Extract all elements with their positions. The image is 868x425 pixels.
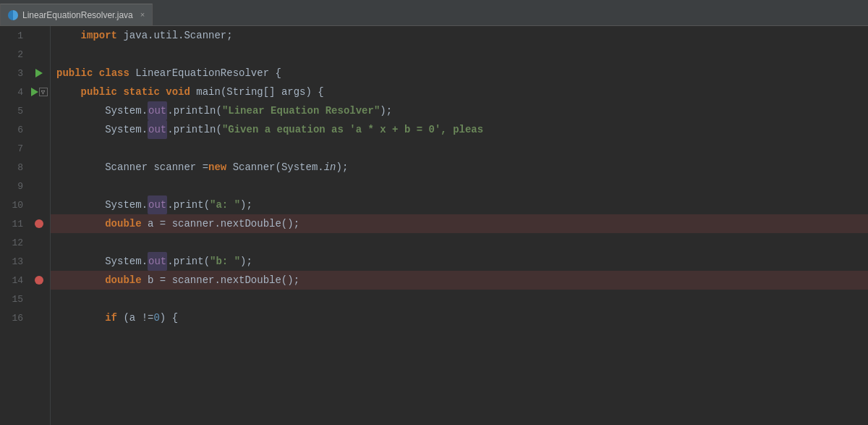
run-arrow-4[interactable] bbox=[31, 88, 38, 96]
string-a: "a: " bbox=[210, 195, 240, 214]
code-line-2 bbox=[51, 45, 868, 64]
keyword-new: new bbox=[208, 158, 226, 177]
breakpoint-14[interactable] bbox=[35, 276, 43, 285]
code-line-15 bbox=[51, 290, 868, 308]
keyword-import: import bbox=[81, 26, 117, 45]
line-number-11: 11 bbox=[0, 219, 29, 230]
keyword-double-14: double bbox=[105, 271, 141, 290]
code-line-14: double b = scanner.nextDouble(); bbox=[51, 271, 868, 290]
gutter-row-16: 16 bbox=[0, 308, 50, 327]
keyword-static: static bbox=[123, 83, 159, 101]
string-b: "b: " bbox=[210, 252, 240, 271]
gutter-row-3: 3 bbox=[0, 64, 50, 83]
gutter-row-5: 5 bbox=[0, 101, 50, 120]
line-number-5: 5 bbox=[0, 106, 29, 117]
gutter-row-11: 11 bbox=[0, 214, 50, 233]
indent-1 bbox=[56, 26, 81, 45]
keyword-class: class bbox=[99, 64, 129, 83]
line-number-15: 15 bbox=[0, 294, 29, 305]
gutter-row-13: 13 bbox=[0, 252, 50, 271]
code-line-13: System. out .print( "b: " ); bbox=[51, 252, 868, 271]
code-line-6: System. out .println( "Given a equation … bbox=[51, 120, 868, 139]
breakpoint-11[interactable] bbox=[35, 219, 43, 228]
gutter-row-4: 4 ▽ bbox=[0, 83, 50, 101]
line-number-10: 10 bbox=[0, 200, 29, 211]
gutter-row-2: 2 bbox=[0, 45, 50, 64]
line-number-9: 9 bbox=[0, 181, 29, 192]
line-controls-3 bbox=[29, 69, 49, 77]
editor-tab[interactable]: LinearEquationResolver.java × bbox=[0, 4, 153, 25]
code-line-9 bbox=[51, 177, 868, 195]
tab-close-button[interactable]: × bbox=[140, 11, 145, 20]
code-area: 1 2 3 4 ▽ bbox=[0, 26, 868, 425]
num-0: 0 bbox=[153, 308, 159, 327]
line-number-4: 4 bbox=[0, 87, 29, 98]
line-number-14: 14 bbox=[0, 275, 29, 286]
code-line-1: import java.util.Scanner; bbox=[51, 26, 868, 45]
string-linear: "Linear Equation Resolver" bbox=[222, 101, 380, 120]
out-highlight-6: out bbox=[148, 120, 167, 139]
out-highlight-5: out bbox=[148, 101, 167, 120]
code-line-16: if (a != 0 ) { bbox=[51, 308, 868, 327]
system-in: in bbox=[324, 158, 336, 177]
gutter-row-1: 1 bbox=[0, 26, 50, 45]
code-line-11: double a = scanner.nextDouble(); bbox=[51, 214, 868, 233]
run-arrow-3[interactable] bbox=[35, 69, 43, 77]
code-line-3: public class LinearEquationResolver { bbox=[51, 64, 868, 83]
keyword-void: void bbox=[166, 83, 190, 101]
line-number-12: 12 bbox=[0, 237, 29, 248]
string-given: "Given a equation as 'a * x + b = 0', pl… bbox=[222, 120, 483, 139]
tab-filename: LinearEquationResolver.java bbox=[22, 10, 133, 20]
gutter-row-12: 12 bbox=[0, 233, 50, 252]
line-number-6: 6 bbox=[0, 125, 29, 135]
line-controls-11 bbox=[29, 219, 49, 228]
gutter-row-8: 8 bbox=[0, 158, 50, 177]
gutter-row-9: 9 bbox=[0, 177, 50, 195]
gutter-row-10: 10 bbox=[0, 195, 50, 214]
gutter-row-7: 7 bbox=[0, 139, 50, 158]
code-line-8: Scanner scanner = new Scanner(System. in… bbox=[51, 158, 868, 177]
code-line-5: System. out .println( "Linear Equation R… bbox=[51, 101, 868, 120]
keyword-if: if bbox=[105, 308, 117, 327]
fold-icon-4[interactable]: ▽ bbox=[39, 88, 48, 96]
line-gutter: 1 2 3 4 ▽ bbox=[0, 26, 51, 425]
code-line-7 bbox=[51, 139, 868, 158]
code-line-12 bbox=[51, 233, 868, 252]
code-editor[interactable]: import java.util.Scanner; public class L… bbox=[51, 26, 868, 425]
line-number-7: 7 bbox=[0, 143, 29, 154]
tab-bar: LinearEquationResolver.java × bbox=[0, 0, 868, 26]
line-controls-4: ▽ bbox=[29, 88, 49, 96]
code-line-4: public static void main(String[] args) { bbox=[51, 83, 868, 101]
line-number-13: 13 bbox=[0, 256, 29, 267]
line-controls-14 bbox=[29, 276, 49, 285]
line-number-1: 1 bbox=[0, 30, 29, 41]
editor-window: LinearEquationResolver.java × 1 2 3 bbox=[0, 0, 868, 425]
keyword-public-3: public bbox=[56, 64, 93, 83]
code-line-10: System. out .print( "a: " ); bbox=[51, 195, 868, 214]
line-number-8: 8 bbox=[0, 162, 29, 173]
line-number-2: 2 bbox=[0, 49, 29, 60]
out-highlight-13: out bbox=[148, 252, 167, 271]
keyword-double-11: double bbox=[105, 214, 141, 233]
gutter-row-14: 14 bbox=[0, 271, 50, 290]
gutter-row-6: 6 bbox=[0, 120, 50, 139]
gutter-row-15: 15 bbox=[0, 290, 50, 308]
java-file-icon bbox=[8, 10, 18, 20]
line-number-16: 16 bbox=[0, 313, 29, 324]
keyword-public-4: public bbox=[81, 83, 117, 101]
out-highlight-10: out bbox=[148, 195, 167, 214]
line-number-3: 3 bbox=[0, 68, 29, 79]
